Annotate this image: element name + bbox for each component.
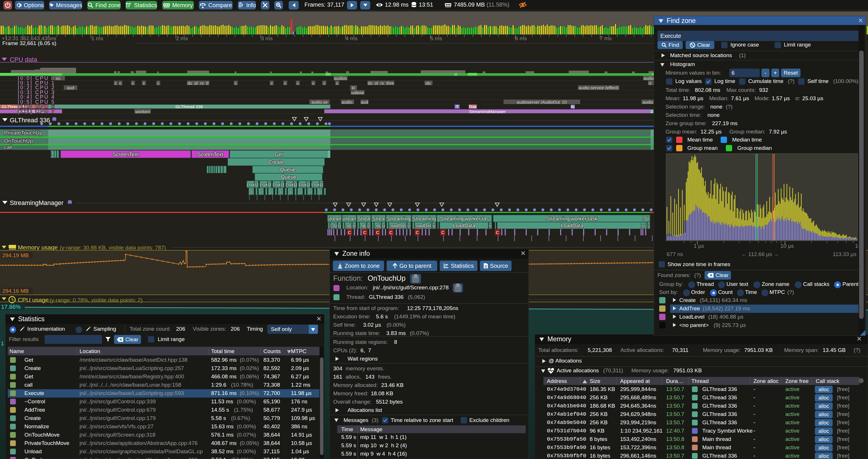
svg-text:Get: Get [274,152,283,157]
svg-text:GLThread 336: GLThread 336 [10,117,50,124]
svg-text:St: St [644,216,649,222]
svg-text:(: ( [280,190,281,194]
svg-text:Stream: Stream [341,216,357,222]
svg-text:U: U [367,223,371,228]
svg-text:U: U [433,223,436,228]
svg-text:Loa: Loa [285,182,293,187]
svg-text:Strea: Strea [372,216,385,222]
svg-text:5 ms: 5 ms [430,35,442,41]
svg-text:Create: Create [268,159,284,165]
svg-text:Streaming worker task: Streaming worker task [546,216,597,222]
svg-text:(: ( [300,190,301,194]
svg-text:A(: A( [571,104,575,109]
svg-text:Queue: Queue [280,167,296,172]
svg-text:aud: aud [67,85,74,90]
svg-text:C: C [441,230,445,235]
svg-text:c: c [323,81,326,86]
svg-text:audios: audios [334,76,347,81]
svg-text:c: c [312,81,314,86]
svg-text:StreamingManager: StreamingManager [10,199,63,206]
svg-text:Loa: Loa [273,182,280,187]
svg-text:audio: audio [643,100,653,104]
svg-text:2 ms: 2 ms [176,35,188,41]
svg-text:U: U [294,182,297,187]
svg-text:c: c [235,81,237,86]
svg-text:Streaming: Streaming [412,216,436,222]
svg-text:Loa: Loa [311,182,319,187]
svg-text:T: T [456,104,458,109]
svg-text:(: ( [319,190,320,194]
svg-text:Strea: Strea [358,216,370,222]
svg-text:L(U: L(U [330,223,338,228]
svg-text:U: U [642,223,645,228]
svg-text:c: c [132,81,134,86]
svg-text:audio: audio [643,76,654,81]
svg-text:LoU: LoU [359,223,367,228]
svg-text:Queue: Queue [281,174,296,180]
svg-text:c: c [336,81,338,86]
svg-text:c: c [284,81,286,86]
svg-text:(y-range: 30.88 KB, visible da: (y-range: 30.88 KB, visible data points:… [60,244,166,251]
svg-text:C: C [496,230,499,235]
svg-text:U: U [307,182,310,187]
svg-text:audioserver (AudioOut_D): audioserver (AudioOut_D) [517,100,567,104]
svg-text:audioser: audioser [349,90,366,95]
svg-text:PrivateTouchUp: PrivateTouchUp [4,130,42,136]
svg-text:c: c [115,81,117,86]
svg-text:C: C [348,230,351,235]
svg-text:(: ( [270,190,272,194]
svg-text:C: C [416,230,419,235]
svg-text:U: U [382,223,385,228]
svg-text:ScreenText: ScreenText [197,152,223,157]
svg-text:Loa: Loa [247,182,254,187]
svg-text:U: U [255,182,258,187]
svg-text:Memory usage: Memory usage [18,244,58,251]
svg-text:U: U [489,223,492,228]
svg-text:U: U [320,182,323,187]
svg-text:LoU: LoU [373,223,382,228]
svg-text:U: U [268,182,272,187]
svg-text:294.19 MB: 294.19 MB [2,252,29,258]
svg-text:c: c [271,81,273,86]
svg-text:LoU: LoU [344,223,352,228]
svg-text:Loa: Loa [260,182,268,187]
svg-text:audio.service (effect): audio.service (effect) [579,85,619,90]
svg-text:U: U [408,223,411,228]
svg-text:Trac: Trac [468,104,477,109]
svg-text:6 ms: 6 ms [515,35,527,41]
svg-text:GLThread 336: GLThread 336 [176,104,203,109]
svg-text:cds_ol_rx_thr: cds_ol_rx_thr [185,81,211,86]
svg-text:c: c [157,81,159,86]
svg-text:OnTouchUp: OnTouchUp [4,138,33,144]
svg-text:audio.: audio. [342,100,353,104]
svg-text:c: c [119,81,122,86]
svg-text:ScreenText: ScreenText [113,152,138,157]
svg-text:aud: aud [361,100,368,104]
svg-text:LoadData: LoadData [453,223,475,229]
svg-text:[1:1] CPU 7: [1:1] CPU 7 [18,108,55,114]
svg-text:294.16 MB: 294.16 MB [2,288,29,294]
svg-text:(: ( [290,190,291,194]
svg-text:U: U [338,223,341,228]
svg-text:Stream: Stream [326,216,343,222]
svg-text:7 ms: 7 ms [600,35,612,41]
svg-text:C: C [390,230,393,235]
svg-text:c: c [297,81,299,86]
svg-text:cds_ol_rx_threa: cds_ol_rx_threa [366,81,396,86]
svg-text:1 ms: 1 ms [91,35,103,41]
svg-text:17.86%: 17.86% [1,304,21,310]
svg-text:(: ( [260,190,262,194]
svg-text:kworker/u: kworker/u [133,109,152,114]
svg-text:Streaming: Streaming [387,216,410,222]
svg-text:c: c [143,81,145,86]
svg-text:LoadDaU: LoadDaU [413,223,433,228]
svg-text:os: os [56,76,60,81]
svg-text:U: U [353,223,356,228]
svg-text:cds_: cds_ [424,81,433,86]
svg-text:(: ( [251,190,252,194]
svg-text:StreamingManager: StreamingManager [469,109,506,114]
svg-text:Streaming worker tas: Streaming worker tas [440,216,489,222]
svg-text:Loa: Loa [299,182,306,187]
svg-text:k(: k( [352,85,355,90]
svg-text:C: C [363,230,367,235]
